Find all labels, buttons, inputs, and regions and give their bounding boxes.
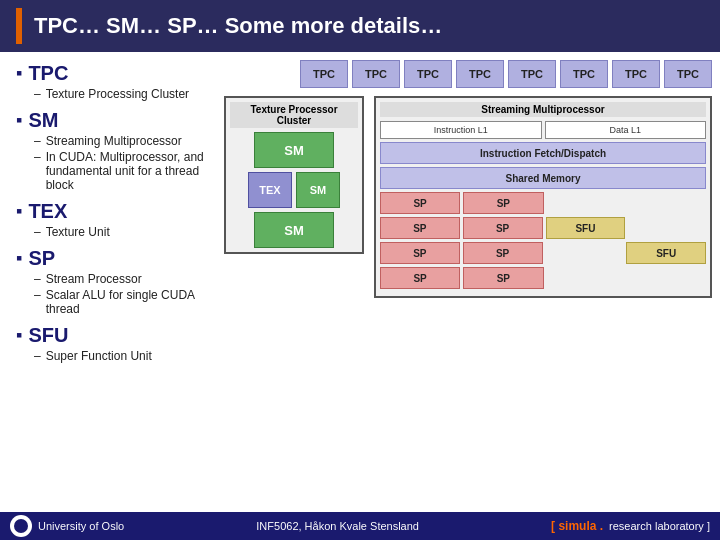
sm-box-bottom: SM	[254, 212, 334, 248]
tpc-row: TPC TPC TPC TPC TPC TPC TPC TPC	[224, 60, 712, 88]
title-bar: TPC… SM… SP… Some more details…	[0, 0, 720, 52]
sp-sfu-grid: SP SP SP SP SFU SP SP	[380, 192, 706, 289]
bullet-sm-sub1: In CUDA: Multiprocessor, and fundamental…	[16, 150, 210, 192]
sp-row-1: SP SP	[380, 192, 706, 214]
sp-row-4: SP SP	[380, 267, 706, 289]
tpc-box-3: TPC	[404, 60, 452, 88]
bullet-tpc: TPC Texture Processing Cluster	[16, 62, 210, 101]
sfu-box-2: SFU	[626, 242, 706, 264]
logo-inner	[14, 519, 28, 533]
sp-box-3: SP	[380, 217, 460, 239]
sp-box-5: SP	[380, 242, 460, 264]
bullet-sp-title: SP	[16, 247, 210, 270]
sp-box-7: SP	[380, 267, 460, 289]
tex-box: TEX	[248, 172, 292, 208]
shared-memory-box: Shared Memory	[380, 167, 706, 189]
diagram-area: Texture Processor Cluster SM TEX SM SM S…	[224, 96, 712, 298]
empty-6	[628, 267, 706, 289]
fetch-dispatch-box: Instruction Fetch/Dispatch	[380, 142, 706, 164]
bullet-tex-sub0: Texture Unit	[16, 225, 210, 239]
footer: University of Oslo INF5062, Håkon Kvale …	[0, 512, 720, 540]
empty-3	[628, 217, 706, 239]
right-panel: TPC TPC TPC TPC TPC TPC TPC TPC Texture …	[220, 52, 720, 512]
sm-multiprocessor-box: Streaming Multiprocessor Instruction L1 …	[374, 96, 712, 298]
tpc-box-7: TPC	[612, 60, 660, 88]
tpc-cluster-label: Texture Processor Cluster	[230, 102, 358, 128]
sp-box-4: SP	[463, 217, 543, 239]
data-l1-box: Data L1	[545, 121, 707, 139]
empty-1	[547, 192, 625, 214]
bullet-sfu-sub0: Super Function Unit	[16, 349, 210, 363]
bullet-sp: SP Stream Processor Scalar ALU for singl…	[16, 247, 210, 316]
tpc-box-2: TPC	[352, 60, 400, 88]
bullet-tex: TEX Texture Unit	[16, 200, 210, 239]
tpc-box-5: TPC	[508, 60, 556, 88]
instruction-l1-box: Instruction L1	[380, 121, 542, 139]
course-label: INF5062, Håkon Kvale Stensland	[256, 520, 419, 532]
sp-box-6: SP	[463, 242, 543, 264]
bullet-tex-title: TEX	[16, 200, 210, 223]
research-laboratory-label: research laboratory ]	[609, 520, 710, 532]
footer-right: [ simula . research laboratory ]	[551, 519, 710, 533]
bullet-sp-sub0: Stream Processor	[16, 272, 210, 286]
tpc-cluster-box: Texture Processor Cluster SM TEX SM SM	[224, 96, 364, 254]
left-panel: TPC Texture Processing Cluster SM Stream…	[0, 52, 220, 512]
tpc-box-4: TPC	[456, 60, 504, 88]
tpc-box-6: TPC	[560, 60, 608, 88]
sp-row-3: SP SP SFU	[380, 242, 706, 264]
university-label: University of Oslo	[38, 520, 124, 532]
tpc-box-1: TPC	[300, 60, 348, 88]
main-content: TPC Texture Processing Cluster SM Stream…	[0, 52, 720, 512]
sp-row-2: SP SP SFU	[380, 217, 706, 239]
bullet-sfu: SFU Super Function Unit	[16, 324, 210, 363]
bullet-tpc-title: TPC	[16, 62, 210, 85]
bullet-sm: SM Streaming Multiprocessor In CUDA: Mul…	[16, 109, 210, 192]
simula-logo: [ simula .	[551, 519, 603, 533]
instr-data-row: Instruction L1 Data L1	[380, 121, 706, 139]
empty-5	[547, 267, 625, 289]
tex-sm-row: TEX SM	[248, 172, 340, 208]
empty-2	[628, 192, 706, 214]
sfu-box-1: SFU	[546, 217, 626, 239]
sp-box-8: SP	[463, 267, 543, 289]
university-logo	[10, 515, 32, 537]
page-title: TPC… SM… SP… Some more details…	[34, 13, 442, 39]
empty-4	[546, 242, 624, 264]
sm-box-top: SM	[254, 132, 334, 168]
sp-box-1: SP	[380, 192, 460, 214]
sm-mp-label: Streaming Multiprocessor	[380, 102, 706, 117]
bullet-sm-sub0: Streaming Multiprocessor	[16, 134, 210, 148]
footer-left: University of Oslo	[10, 515, 124, 537]
tpc-box-8: TPC	[664, 60, 712, 88]
tpc-cluster-inner: SM TEX SM SM	[230, 132, 358, 248]
bullet-sfu-title: SFU	[16, 324, 210, 347]
sp-box-2: SP	[463, 192, 543, 214]
bullet-sp-sub1: Scalar ALU for single CUDA thread	[16, 288, 210, 316]
bullet-tpc-sub0: Texture Processing Cluster	[16, 87, 210, 101]
sm-box-middle: SM	[296, 172, 340, 208]
bullet-sm-title: SM	[16, 109, 210, 132]
